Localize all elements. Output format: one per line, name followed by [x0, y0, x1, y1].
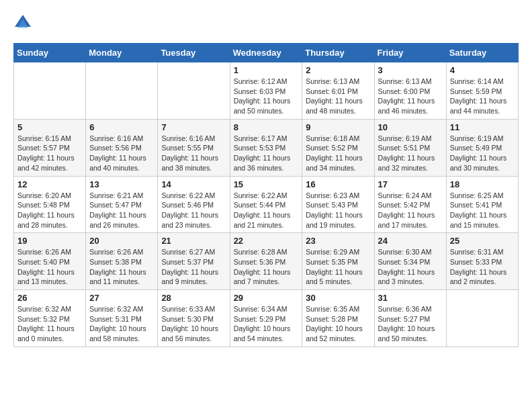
day-number: 22: [234, 236, 299, 246]
day-number: 15: [234, 179, 299, 189]
calendar-cell: 1Sunrise: 6:12 AM Sunset: 6:03 PM Daylig…: [230, 62, 302, 120]
day-info: Sunrise: 6:20 AM Sunset: 5:48 PM Dayligh…: [17, 191, 82, 230]
day-number: 23: [306, 236, 370, 246]
day-info: Sunrise: 6:30 AM Sunset: 5:34 PM Dayligh…: [378, 247, 443, 287]
day-info: Sunrise: 6:21 AM Sunset: 5:47 PM Dayligh…: [89, 191, 154, 230]
day-number: 11: [450, 122, 515, 132]
day-number: 28: [161, 293, 226, 303]
calendar-header-row: SundayMondayTuesdayWednesdayThursdayFrid…: [14, 44, 519, 62]
day-number: 27: [89, 293, 154, 303]
logo-icon: [13, 13, 32, 32]
day-info: Sunrise: 6:29 AM Sunset: 5:35 PM Dayligh…: [306, 247, 370, 287]
calendar-cell: 5Sunrise: 6:15 AM Sunset: 5:57 PM Daylig…: [14, 119, 86, 176]
calendar-week-row: 12Sunrise: 6:20 AM Sunset: 5:48 PM Dayli…: [14, 176, 519, 233]
day-info: Sunrise: 6:22 AM Sunset: 5:44 PM Dayligh…: [234, 191, 299, 230]
day-info: Sunrise: 6:26 AM Sunset: 5:40 PM Dayligh…: [17, 247, 82, 287]
day-number: 6: [89, 122, 154, 132]
day-number: 29: [234, 293, 299, 303]
calendar-week-row: 19Sunrise: 6:26 AM Sunset: 5:40 PM Dayli…: [14, 233, 519, 290]
day-info: Sunrise: 6:31 AM Sunset: 5:33 PM Dayligh…: [450, 247, 515, 287]
day-number: 30: [306, 293, 370, 303]
calendar-cell: [158, 62, 230, 120]
calendar-week-row: 26Sunrise: 6:32 AM Sunset: 5:32 PM Dayli…: [14, 290, 519, 347]
weekday-header: Monday: [86, 44, 158, 62]
day-info: Sunrise: 6:12 AM Sunset: 6:03 PM Dayligh…: [234, 77, 299, 116]
calendar-cell: 11Sunrise: 6:19 AM Sunset: 5:49 PM Dayli…: [446, 119, 518, 176]
weekday-header: Thursday: [302, 44, 374, 62]
calendar-cell: 19Sunrise: 6:26 AM Sunset: 5:40 PM Dayli…: [14, 233, 86, 290]
day-info: Sunrise: 6:13 AM Sunset: 6:00 PM Dayligh…: [378, 77, 443, 116]
day-info: Sunrise: 6:36 AM Sunset: 5:27 PM Dayligh…: [378, 304, 443, 344]
calendar-cell: 15Sunrise: 6:22 AM Sunset: 5:44 PM Dayli…: [230, 176, 302, 233]
day-info: Sunrise: 6:33 AM Sunset: 5:30 PM Dayligh…: [161, 304, 226, 344]
day-info: Sunrise: 6:18 AM Sunset: 5:52 PM Dayligh…: [306, 134, 370, 173]
day-number: 24: [378, 236, 443, 246]
day-info: Sunrise: 6:26 AM Sunset: 5:38 PM Dayligh…: [89, 247, 154, 287]
day-info: Sunrise: 6:17 AM Sunset: 5:53 PM Dayligh…: [234, 134, 299, 173]
weekday-header: Friday: [374, 44, 446, 62]
calendar-cell: 3Sunrise: 6:13 AM Sunset: 6:00 PM Daylig…: [374, 62, 446, 120]
calendar-cell: 30Sunrise: 6:35 AM Sunset: 5:28 PM Dayli…: [302, 290, 374, 347]
weekday-header: Tuesday: [158, 44, 230, 62]
day-info: Sunrise: 6:35 AM Sunset: 5:28 PM Dayligh…: [306, 304, 370, 344]
weekday-header: Sunday: [14, 44, 86, 62]
day-info: Sunrise: 6:32 AM Sunset: 5:31 PM Dayligh…: [89, 304, 154, 344]
calendar-cell: 27Sunrise: 6:32 AM Sunset: 5:31 PM Dayli…: [86, 290, 158, 347]
calendar-cell: 21Sunrise: 6:27 AM Sunset: 5:37 PM Dayli…: [158, 233, 230, 290]
calendar-cell: [446, 290, 518, 347]
calendar-cell: 9Sunrise: 6:18 AM Sunset: 5:52 PM Daylig…: [302, 119, 374, 176]
logo: [13, 13, 35, 32]
day-number: 16: [306, 179, 370, 189]
calendar-cell: 16Sunrise: 6:23 AM Sunset: 5:43 PM Dayli…: [302, 176, 374, 233]
calendar-cell: 24Sunrise: 6:30 AM Sunset: 5:34 PM Dayli…: [374, 233, 446, 290]
day-number: 25: [450, 236, 515, 246]
day-number: 20: [89, 236, 154, 246]
calendar-cell: 22Sunrise: 6:28 AM Sunset: 5:36 PM Dayli…: [230, 233, 302, 290]
calendar-cell: [86, 62, 158, 120]
calendar-cell: 18Sunrise: 6:25 AM Sunset: 5:41 PM Dayli…: [446, 176, 518, 233]
day-number: 4: [450, 65, 515, 75]
calendar-cell: 8Sunrise: 6:17 AM Sunset: 5:53 PM Daylig…: [230, 119, 302, 176]
day-number: 17: [378, 179, 443, 189]
day-number: 1: [234, 65, 299, 75]
day-info: Sunrise: 6:13 AM Sunset: 6:01 PM Dayligh…: [306, 77, 370, 116]
day-number: 31: [378, 293, 443, 303]
calendar-cell: 10Sunrise: 6:19 AM Sunset: 5:51 PM Dayli…: [374, 119, 446, 176]
weekday-header: Wednesday: [230, 44, 302, 62]
day-info: Sunrise: 6:27 AM Sunset: 5:37 PM Dayligh…: [161, 247, 226, 287]
day-number: 8: [234, 122, 299, 132]
calendar-cell: 25Sunrise: 6:31 AM Sunset: 5:33 PM Dayli…: [446, 233, 518, 290]
day-info: Sunrise: 6:24 AM Sunset: 5:42 PM Dayligh…: [378, 191, 443, 230]
day-info: Sunrise: 6:25 AM Sunset: 5:41 PM Dayligh…: [450, 191, 515, 230]
day-info: Sunrise: 6:15 AM Sunset: 5:57 PM Dayligh…: [17, 134, 82, 173]
calendar-week-row: 5Sunrise: 6:15 AM Sunset: 5:57 PM Daylig…: [14, 119, 519, 176]
day-number: 12: [17, 179, 82, 189]
day-info: Sunrise: 6:23 AM Sunset: 5:43 PM Dayligh…: [306, 191, 370, 230]
calendar-table: SundayMondayTuesdayWednesdayThursdayFrid…: [13, 43, 519, 347]
calendar-cell: 4Sunrise: 6:14 AM Sunset: 5:59 PM Daylig…: [446, 62, 518, 120]
calendar-week-row: 1Sunrise: 6:12 AM Sunset: 6:03 PM Daylig…: [14, 62, 519, 120]
day-info: Sunrise: 6:22 AM Sunset: 5:46 PM Dayligh…: [161, 191, 226, 230]
calendar-cell: 29Sunrise: 6:34 AM Sunset: 5:29 PM Dayli…: [230, 290, 302, 347]
day-number: 5: [17, 122, 82, 132]
day-number: 3: [378, 65, 443, 75]
day-info: Sunrise: 6:32 AM Sunset: 5:32 PM Dayligh…: [17, 304, 82, 344]
day-number: 13: [89, 179, 154, 189]
calendar-cell: 23Sunrise: 6:29 AM Sunset: 5:35 PM Dayli…: [302, 233, 374, 290]
day-number: 21: [161, 236, 226, 246]
calendar-cell: 14Sunrise: 6:22 AM Sunset: 5:46 PM Dayli…: [158, 176, 230, 233]
day-info: Sunrise: 6:19 AM Sunset: 5:51 PM Dayligh…: [378, 134, 443, 173]
calendar-cell: [14, 62, 86, 120]
calendar-cell: 6Sunrise: 6:16 AM Sunset: 5:56 PM Daylig…: [86, 119, 158, 176]
calendar-cell: 31Sunrise: 6:36 AM Sunset: 5:27 PM Dayli…: [374, 290, 446, 347]
day-number: 2: [306, 65, 370, 75]
day-info: Sunrise: 6:16 AM Sunset: 5:55 PM Dayligh…: [161, 134, 226, 173]
page-header: [13, 13, 519, 32]
calendar-cell: 7Sunrise: 6:16 AM Sunset: 5:55 PM Daylig…: [158, 119, 230, 176]
calendar-cell: 17Sunrise: 6:24 AM Sunset: 5:42 PM Dayli…: [374, 176, 446, 233]
calendar-cell: 13Sunrise: 6:21 AM Sunset: 5:47 PM Dayli…: [86, 176, 158, 233]
day-number: 26: [17, 293, 82, 303]
day-info: Sunrise: 6:16 AM Sunset: 5:56 PM Dayligh…: [89, 134, 154, 173]
day-number: 10: [378, 122, 443, 132]
calendar-cell: 12Sunrise: 6:20 AM Sunset: 5:48 PM Dayli…: [14, 176, 86, 233]
